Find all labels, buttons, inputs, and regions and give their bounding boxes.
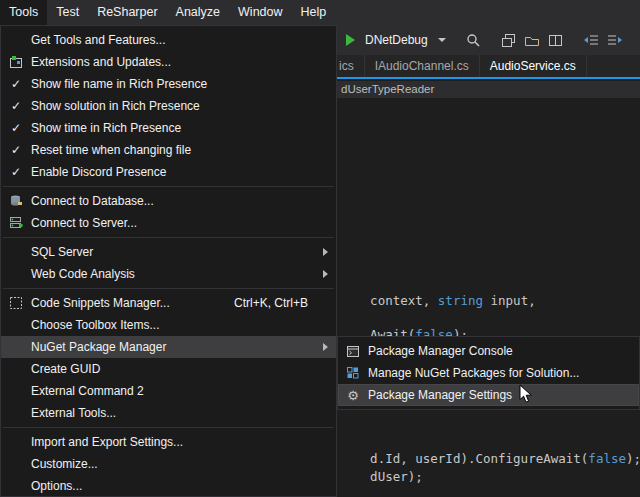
- menu-item-external-tools[interactable]: External Tools...: [1, 402, 336, 424]
- menu-item-label: Code Snippets Manager...: [31, 296, 170, 310]
- menu-item-external-command-2[interactable]: External Command 2: [1, 380, 336, 402]
- open-folder-icon[interactable]: [524, 30, 540, 50]
- submenu-arrow-icon: [323, 270, 328, 278]
- submenu-item-manage-nuget-packages-solution[interactable]: Manage NuGet Packages for Solution...: [338, 362, 639, 384]
- menu-separator: [3, 186, 334, 187]
- checkmark-icon: ✓: [1, 99, 31, 113]
- menu-item-web-code-analysis[interactable]: Web Code Analysis: [1, 263, 336, 285]
- checkmark-icon: ✓: [1, 165, 31, 179]
- menu-item-label: Show solution in Rich Presence: [31, 99, 200, 113]
- decrease-indent-icon[interactable]: [583, 30, 599, 50]
- menu-item-options[interactable]: Options...: [1, 475, 336, 497]
- menu-item-label: Show time in Rich Presence: [31, 121, 181, 135]
- menu-item-connect-to-database[interactable]: Connect to Database...: [1, 190, 336, 212]
- menubar-item-analyze[interactable]: Analyze: [167, 0, 229, 25]
- menu-separator: [3, 427, 334, 428]
- checkmark-icon: ✓: [1, 77, 31, 91]
- document-tab[interactable]: ics: [337, 55, 365, 77]
- menu-item-code-snippets-manager[interactable]: Code Snippets Manager... Ctrl+K, Ctrl+B: [1, 292, 336, 314]
- code-line: se);: [340, 484, 400, 497]
- menu-item-label: Extensions and Updates...: [31, 55, 171, 69]
- checkmark-icon: ✓: [1, 143, 31, 157]
- menu-item-reset-time-when-changing-file[interactable]: ✓ Reset time when changing file: [1, 139, 336, 161]
- menu-item-choose-toolbox-items[interactable]: Choose Toolbox Items...: [1, 314, 336, 336]
- menu-item-label: Create GUID: [31, 362, 100, 376]
- nuget-submenu: Package Manager Console Manage NuGet Pac…: [337, 336, 640, 410]
- menu-item-shortcut: Ctrl+K, Ctrl+B: [234, 296, 336, 310]
- submenu-arrow-icon: [323, 343, 328, 351]
- submenu-arrow-icon: [323, 248, 328, 256]
- code-token: false: [588, 451, 626, 466]
- server-icon: [1, 216, 31, 230]
- find-icon[interactable]: [466, 30, 481, 50]
- menu-item-label: Connect to Database...: [31, 194, 154, 208]
- menu-bar: Tools Test ReSharper Analyze Window Help: [0, 0, 640, 25]
- submenu-item-package-manager-settings[interactable]: ⚙ Package Manager Settings: [338, 384, 639, 406]
- breadcrumb-text: dUserTypeReader: [341, 83, 434, 95]
- menu-item-label: Get Tools and Features...: [31, 33, 166, 47]
- menu-item-get-tools-and-features[interactable]: Get Tools and Features...: [1, 29, 336, 51]
- menubar-item-window[interactable]: Window: [229, 0, 291, 25]
- database-icon: [1, 194, 31, 208]
- menubar-item-test[interactable]: Test: [47, 0, 88, 25]
- split-window-icon[interactable]: [548, 30, 563, 50]
- menu-item-label: Package Manager Settings: [368, 388, 512, 402]
- menu-item-label: Options...: [31, 479, 82, 493]
- checkmark-icon: ✓: [1, 121, 31, 135]
- start-debug-icon[interactable]: [346, 34, 355, 46]
- menu-item-label: Enable Discord Presence: [31, 165, 166, 179]
- menu-item-show-time-rich-presence[interactable]: ✓ Show time in Rich Presence: [1, 117, 336, 139]
- menu-item-import-export-settings[interactable]: Import and Export Settings...: [1, 431, 336, 453]
- extensions-icon: [1, 55, 31, 69]
- menu-item-label: Reset time when changing file: [31, 143, 191, 157]
- packages-grid-icon: [338, 366, 368, 380]
- menu-item-label: SQL Server: [31, 245, 93, 259]
- menu-item-customize[interactable]: Customize...: [1, 453, 336, 475]
- code-token: input,: [483, 293, 536, 308]
- menu-item-enable-discord-presence[interactable]: ✓ Enable Discord Presence: [1, 161, 336, 183]
- document-tab-audioservice[interactable]: AudioService.cs: [480, 55, 587, 77]
- console-icon: [338, 345, 368, 358]
- code-snippets-icon: [1, 296, 31, 310]
- menu-item-show-solution-rich-presence[interactable]: ✓ Show solution in Rich Presence: [1, 95, 336, 117]
- code-token: );: [626, 451, 640, 466]
- submenu-item-package-manager-console[interactable]: Package Manager Console: [338, 340, 639, 362]
- document-tab-iaudiochannel[interactable]: IAudioChannel.cs: [365, 55, 480, 77]
- menu-item-connect-to-server[interactable]: Connect to Server...: [1, 212, 336, 234]
- menu-item-create-guid[interactable]: Create GUID: [1, 358, 336, 380]
- gear-glyph: ⚙: [347, 389, 359, 402]
- menu-item-label: Customize...: [31, 457, 98, 471]
- tools-menu: Get Tools and Features... Extensions and…: [0, 25, 337, 497]
- menu-item-label: Import and Export Settings...: [31, 435, 183, 449]
- chevron-down-icon[interactable]: [438, 38, 446, 42]
- menu-item-label: Connect to Server...: [31, 216, 137, 230]
- debug-target-label[interactable]: DNetDebug: [365, 33, 428, 47]
- menu-item-show-file-name-rich-presence[interactable]: ✓ Show file name in Rich Presence: [1, 73, 336, 95]
- menu-item-label: External Command 2: [31, 384, 144, 398]
- menubar-item-tools[interactable]: Tools: [0, 0, 47, 25]
- menu-separator: [3, 237, 334, 238]
- menu-item-sql-server[interactable]: SQL Server: [1, 241, 336, 263]
- code-token: dUser);: [370, 469, 423, 484]
- menu-item-label: Choose Toolbox Items...: [31, 318, 160, 332]
- increase-indent-icon[interactable]: [607, 30, 623, 50]
- menu-separator: [3, 288, 334, 289]
- code-token: string: [438, 293, 483, 308]
- menu-item-label: Show file name in Rich Presence: [31, 77, 207, 91]
- menu-item-nuget-package-manager[interactable]: NuGet Package Manager: [1, 336, 336, 358]
- new-window-icon[interactable]: [501, 30, 516, 50]
- menubar-item-resharper[interactable]: ReSharper: [88, 0, 166, 25]
- menu-item-label: Manage NuGet Packages for Solution...: [368, 366, 579, 380]
- menu-item-label: External Tools...: [31, 406, 116, 420]
- menu-item-extensions-and-updates[interactable]: Extensions and Updates...: [1, 51, 336, 73]
- menu-item-label: Web Code Analysis: [31, 267, 135, 281]
- gear-icon: ⚙: [338, 389, 368, 402]
- menu-item-label: Package Manager Console: [368, 344, 513, 358]
- code-token: context,: [370, 293, 438, 308]
- menubar-item-help[interactable]: Help: [292, 0, 336, 25]
- menu-item-label: NuGet Package Manager: [31, 340, 166, 354]
